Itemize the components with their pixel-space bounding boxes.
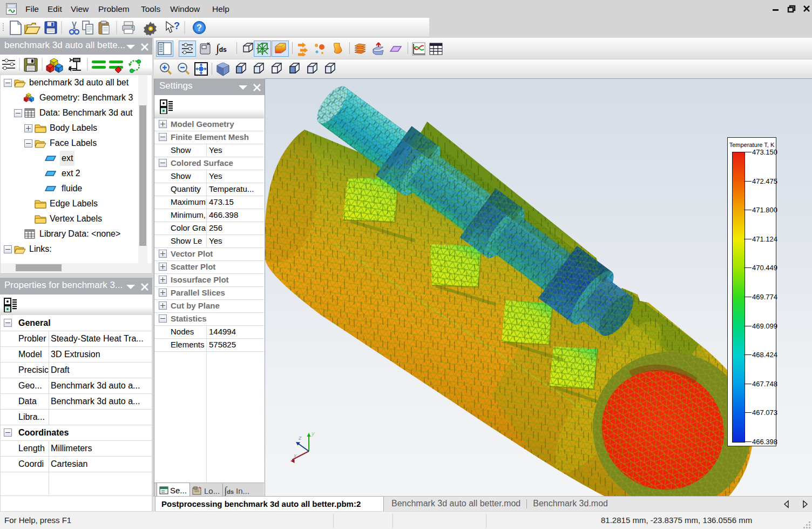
svg-text:x: x <box>293 452 297 459</box>
svg-text:?: ? <box>174 21 180 31</box>
svg-text:y: y <box>311 430 315 437</box>
svg-text:?: ? <box>197 23 202 32</box>
svg-text:z: z <box>298 434 302 441</box>
